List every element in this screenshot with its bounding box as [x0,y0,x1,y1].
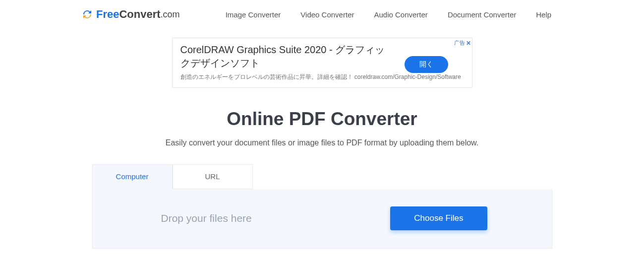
nav-image-converter[interactable]: Image Converter [226,10,281,19]
tabs: Computer URL [92,164,552,189]
nav-video-converter[interactable]: Video Converter [300,10,354,19]
tab-url[interactable]: URL [173,164,253,189]
nav-help[interactable]: Help [536,10,551,19]
nav: Image Converter Video Converter Audio Co… [226,10,552,19]
logo-text-convert: Convert [119,8,160,21]
nav-document-converter[interactable]: Document Converter [448,10,516,19]
logo[interactable]: Free Convert .com [81,8,180,21]
logo-text-free: Free [96,8,119,21]
upload-panel: Computer URL Drop your files here Choose… [92,164,552,249]
dropzone[interactable]: Drop your files here Choose Files [92,189,552,249]
page-title: Online PDF Converter [0,109,644,130]
ad-banner[interactable]: 广告 ✕ CorelDRAW Graphics Suite 2020 - グラフ… [172,38,472,88]
logo-text-com: .com [161,9,180,20]
tab-computer[interactable]: Computer [92,164,173,189]
nav-audio-converter[interactable]: Audio Converter [374,10,427,19]
ad-badge-text: 广告 [454,39,465,47]
page-subtitle: Easily convert your document files or im… [0,138,644,147]
choose-files-button[interactable]: Choose Files [390,206,487,230]
ad-subtitle: 創造のエネルギーをプロレベルの芸術作品に昇華。詳細を確認！ coreldraw.… [180,73,464,81]
ad-title: CorelDRAW Graphics Suite 2020 - グラフィックデザ… [180,43,389,70]
ad-badge: 广告 ✕ [454,39,471,47]
refresh-icon [81,8,93,20]
drop-text: Drop your files here [161,212,252,224]
ad-open-button[interactable]: 開く [405,56,448,73]
ad-close-icon[interactable]: ✕ [466,40,471,47]
header: Free Convert .com Image Converter Video … [0,0,644,29]
